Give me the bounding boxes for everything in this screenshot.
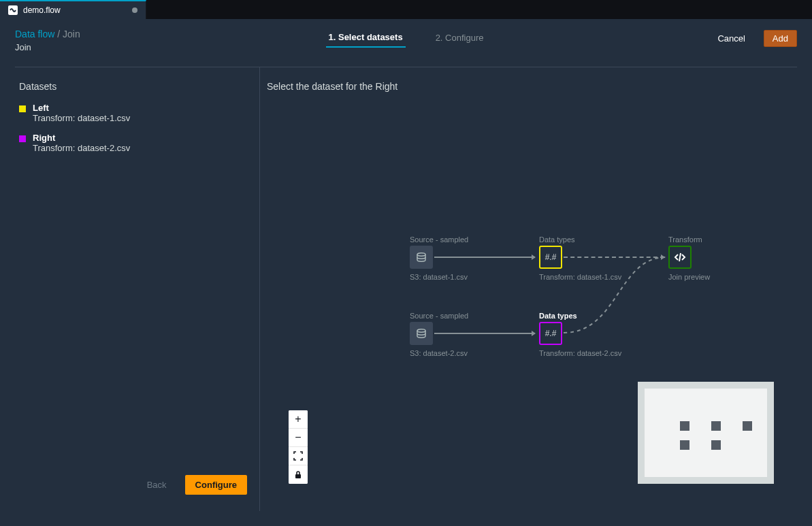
left-actions: Back Configure [138,475,247,495]
source-node-2[interactable] [410,322,433,345]
database-icon [416,328,427,339]
breadcrumb: Data flow / Join [0,19,812,39]
col-source-label-2: Source - sampled [410,312,468,320]
tab-bar: demo.flow [0,0,812,19]
caption-dt-2: Transform: dataset-2.csv [539,349,621,357]
caption-dt-1: Transform: dataset-1.csv [539,273,621,281]
zoom-in-button[interactable]: + [289,410,308,429]
lock-button[interactable] [289,465,308,484]
col-transform-label: Transform [668,235,702,244]
breadcrumb-current: Join [63,29,80,39]
subheader: Join [0,39,812,61]
unsaved-indicator-icon [132,7,137,13]
dataset-right[interactable]: Right Transform: dataset-2.csv [19,133,246,153]
zoom-out-button[interactable]: − [289,429,308,447]
minimap-node [680,440,689,450]
configure-button[interactable]: Configure [185,475,247,495]
col-source-label-1: Source - sampled [410,235,468,244]
content: Datasets Left Transform: dataset-1.csv R… [15,67,797,511]
file-tab[interactable]: demo.flow [0,0,146,19]
datasets-heading: Datasets [19,81,246,92]
svg-point-2 [417,329,425,332]
code-icon [674,251,686,263]
minimap-node [711,421,721,431]
dataset-left-sub: Transform: dataset-1.csv [33,113,130,123]
datatypes-node-2[interactable]: #.# [539,322,562,345]
datatypes-node-1[interactable]: #.# [539,246,562,269]
minimap[interactable] [638,382,774,484]
caption-s3-2: S3: dataset-2.csv [410,349,468,357]
step-configure[interactable]: 2. Configure [433,29,487,47]
col-datatypes-label-2: Data types [539,312,577,320]
left-panel: Datasets Left Transform: dataset-1.csv R… [15,67,260,511]
minimap-viewport [645,389,767,477]
subheader-title: Join [15,42,31,52]
caption-join: Join preview [668,273,710,281]
edge-dt2-join [564,246,672,341]
back-button[interactable]: Back [138,476,176,493]
minimap-node [743,421,752,431]
canvas-area[interactable]: Select the dataset for the Right Source … [260,67,797,511]
minimap-node [680,421,689,431]
breadcrumb-root-link[interactable]: Data flow [15,29,54,39]
breadcrumb-separator: / [57,29,60,39]
dataset-left-label: Left [33,103,130,113]
file-tab-name: demo.flow [23,5,127,15]
edge-src2-dt2 [434,333,535,334]
main-panel: Data flow / Join 1. Select datasets 2. C… [0,19,812,526]
add-button[interactable]: Add [764,30,797,47]
flow-file-icon [8,5,18,15]
svg-point-0 [417,253,425,256]
dataset-left[interactable]: Left Transform: dataset-1.csv [19,103,246,123]
cancel-button[interactable]: Cancel [709,30,753,47]
edge-dt1-join [564,257,664,258]
fit-to-screen-button[interactable] [289,447,308,465]
caption-s3-1: S3: dataset-1.csv [410,273,468,281]
step-select-datasets[interactable]: 1. Select datasets [326,28,406,48]
dataset-right-sub: Transform: dataset-2.csv [33,143,130,153]
edge-src1-dt1 [434,257,535,258]
join-preview-node[interactable] [668,246,692,269]
zoom-controls: + − [289,410,308,484]
database-icon [416,252,427,263]
minimap-node [711,440,721,450]
svg-rect-3 [295,474,301,478]
swatch-yellow-icon [19,105,26,112]
dataset-right-label: Right [33,133,130,143]
svg-line-1 [679,253,681,261]
source-node-1[interactable] [410,246,433,269]
col-datatypes-label-1: Data types [539,235,575,244]
top-actions: Cancel Add [709,30,797,47]
swatch-magenta-icon [19,135,26,142]
